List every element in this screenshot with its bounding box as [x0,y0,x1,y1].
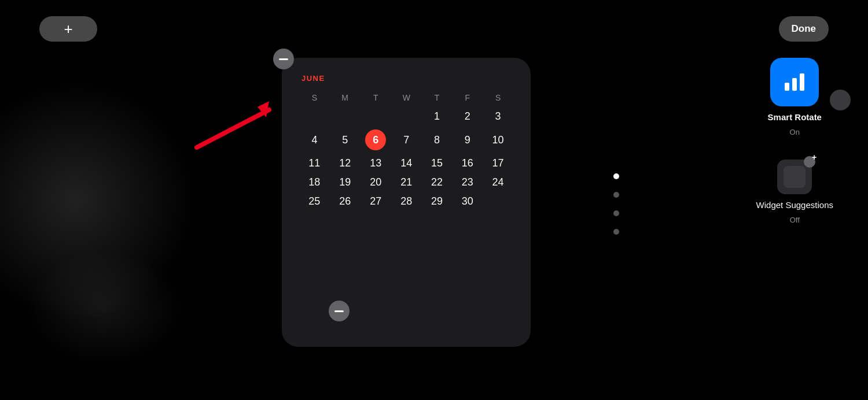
plus-icon: + [64,20,72,38]
cal-day-18: 18 [299,173,330,192]
cal-day-12: 12 [330,154,361,173]
cal-day-3: 3 [483,107,513,126]
cal-day-1: 1 [422,107,453,126]
smart-rotate-section: Smart Rotate On [768,58,822,136]
cal-day-15: 15 [422,154,453,173]
remove-widget-bottom-button[interactable] [329,301,350,321]
cal-day-16: 16 [452,154,483,173]
cal-day-5: 5 [330,126,361,154]
cal-day-13: 13 [361,154,391,173]
day-header-sat: S [483,91,513,107]
cal-day-9: 9 [452,126,483,154]
svg-line-0 [197,110,269,147]
cal-day-14: 14 [391,154,422,173]
glow-left [0,79,197,321]
right-panel: Smart Rotate On Widget Suggestions Off [756,58,833,224]
calendar-grid: S M T W T F S - - - - 1 2 3 4 5 6 [299,91,513,211]
done-label: Done [792,23,816,35]
cal-day-26: 26 [330,192,361,211]
cal-day-20: 20 [361,173,391,192]
cal-day-25: 25 [299,192,330,211]
widget-suggestions-icon[interactable] [777,160,812,194]
page-dot-2 [613,192,619,198]
add-button[interactable]: + [39,16,97,42]
cal-day-11: 11 [299,154,330,173]
done-button[interactable]: Done [779,16,829,42]
cal-day-empty: - [330,107,361,126]
cal-day-27: 27 [361,192,391,211]
cal-day-23: 23 [452,173,483,192]
today-indicator: 6 [365,129,386,150]
cal-day-29: 29 [422,192,453,211]
remove-widget-top-button[interactable] [273,49,294,69]
page-dots [613,173,619,235]
cal-day-19: 19 [330,173,361,192]
widget-suggestions-title: Widget Suggestions [756,200,833,210]
day-header-wed: W [391,91,422,107]
cal-day-7: 7 [391,126,422,154]
cal-day-empty: - [391,107,422,126]
page-dot-1 [613,173,619,179]
calendar-header-row: S M T W T F S [299,91,513,107]
bar-3 [800,73,804,91]
cal-day-22: 22 [422,173,453,192]
day-header-mon: M [330,91,361,107]
cal-day-2: 2 [452,107,483,126]
day-header-tue: T [361,91,391,107]
cal-day-17: 17 [483,154,513,173]
bar-1 [785,83,789,91]
arrow-indicator [179,95,295,153]
table-row: - - - - 1 2 3 [299,107,513,126]
table-row: 25 26 27 28 29 30 - [299,192,513,211]
calendar-widget: JUNE S M T W T F S - - - - 1 2 3 [282,58,531,347]
cal-day-empty: - [483,192,513,211]
calendar-month: JUNE [299,74,513,83]
cal-day-21: 21 [391,173,422,192]
cal-day-28: 28 [391,192,422,211]
page-dot-3 [613,210,619,216]
day-header-sun: S [299,91,330,107]
cal-day-10: 10 [483,126,513,154]
cal-day-empty: - [299,107,330,126]
cal-day-30: 30 [452,192,483,211]
table-row: 11 12 13 14 15 16 17 [299,154,513,173]
cal-day-empty: - [361,107,391,126]
bar-2 [792,78,797,91]
table-row: 4 5 6 7 8 9 10 [299,126,513,154]
ws-inner [784,166,806,188]
glow-bottom-left [23,250,185,365]
smart-rotate-title: Smart Rotate [768,112,822,122]
day-header-thu: T [422,91,453,107]
cal-day-8: 8 [422,126,453,154]
page-dot-4 [613,229,619,235]
bars-icon [785,73,804,91]
smart-rotate-status: On [790,128,800,136]
day-header-fri: F [452,91,483,107]
widget-suggestions-section: Widget Suggestions Off [756,160,833,224]
cal-day-24: 24 [483,173,513,192]
cal-day-4: 4 [299,126,330,154]
table-row: 18 19 20 21 22 23 24 [299,173,513,192]
svg-marker-1 [258,101,269,117]
widget-suggestions-status: Off [790,216,800,224]
smart-rotate-icon[interactable] [770,58,819,106]
cal-day-6: 6 [361,126,391,154]
